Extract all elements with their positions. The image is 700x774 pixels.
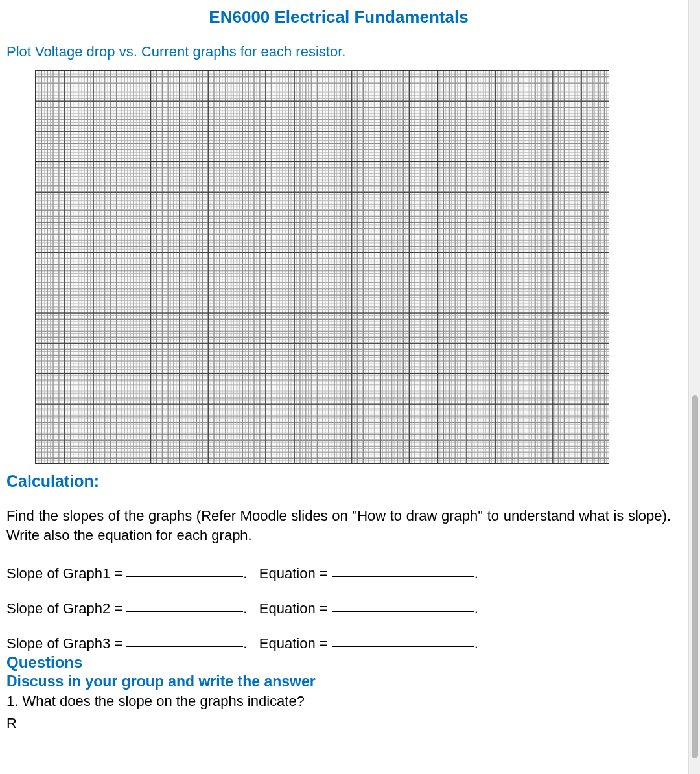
slope-row-1: Slope of Graph1 = . Equation = . [6,564,671,582]
r-label: R [6,715,671,732]
equation-label-3: Equation = [259,635,328,651]
question-1: 1. What does the slope on the graphs ind… [6,693,671,710]
slope-row-3: Slope of Graph3 = . Equation = . [6,634,671,652]
equation-blank-1 [332,563,474,577]
questions-heading: Questions [6,653,671,672]
slope-blank-1 [126,563,243,577]
slope-label-2: Slope of Graph2 = [6,600,122,616]
equation-blank-2 [332,598,474,612]
equation-label-1: Equation = [259,565,328,581]
slope-blank-3 [126,633,243,647]
equation-label-2: Equation = [259,600,328,616]
graph-paper-grid [35,70,609,464]
slope-blank-2 [126,598,243,612]
slope-label-1: Slope of Graph1 = [6,565,122,581]
calculation-description: Find the slopes of the graphs (Refer Moo… [6,506,671,545]
slope-label-3: Slope of Graph3 = [6,635,122,651]
scrollbar-thumb[interactable] [692,395,698,758]
equation-blank-3 [332,633,474,647]
document-page: EN6000 Electrical Fundamentals Plot Volt… [0,0,687,774]
discuss-instruction: Discuss in your group and write the answ… [6,673,671,690]
scrollbar-track[interactable] [688,0,700,774]
calculation-heading: Calculation: [6,472,671,491]
page-title: EN6000 Electrical Fundamentals [6,7,671,27]
plot-instruction: Plot Voltage drop vs. Current graphs for… [6,43,671,60]
slope-row-2: Slope of Graph2 = . Equation = . [6,599,671,617]
